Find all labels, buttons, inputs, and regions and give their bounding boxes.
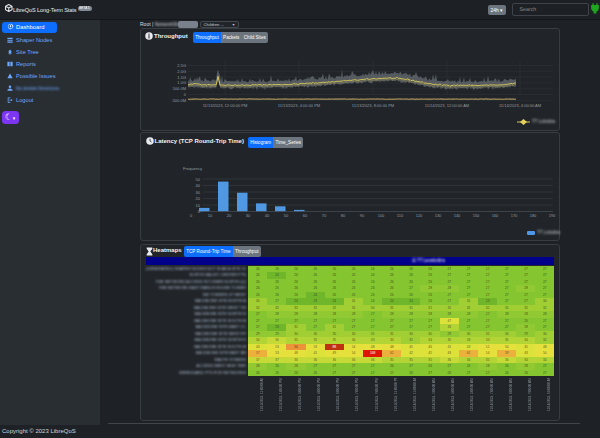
svg-text:30: 30 (246, 213, 251, 218)
svg-text:170: 170 (511, 213, 518, 218)
svg-text:110: 110 (397, 213, 404, 218)
svg-text:40: 40 (196, 183, 201, 188)
svg-text:1.0G: 1.0G (177, 80, 186, 85)
svg-text:Frequency: Frequency (183, 166, 202, 171)
svg-text:20: 20 (196, 196, 201, 201)
svg-text:10: 10 (208, 213, 213, 218)
svg-text:160: 160 (492, 213, 499, 218)
svg-text:190: 190 (549, 213, 556, 218)
svg-text:2.5G: 2.5G (177, 63, 186, 68)
svg-text:0: 0 (184, 92, 187, 97)
svg-text:60: 60 (303, 213, 308, 218)
svg-text:11/14/2023, 12:00:00 AM: 11/14/2023, 12:00:00 AM (425, 102, 469, 107)
svg-text:500.0M: 500.0M (173, 86, 186, 91)
svg-text:80: 80 (341, 213, 346, 218)
svg-text:0: 0 (190, 213, 193, 218)
svg-text:30: 30 (196, 190, 201, 195)
svg-text:70: 70 (322, 213, 327, 218)
svg-text:120: 120 (416, 213, 423, 218)
svg-text:50: 50 (284, 213, 289, 218)
svg-text:2.0G: 2.0G (177, 68, 186, 73)
svg-text:150: 150 (473, 213, 480, 218)
svg-text:50: 50 (196, 177, 201, 182)
svg-text:11/13/2023, 12:00:00 PM: 11/13/2023, 12:00:00 PM (203, 102, 248, 107)
svg-text:20: 20 (227, 213, 232, 218)
svg-text:11/13/2023, 4:00:00 PM: 11/13/2023, 4:00:00 PM (278, 102, 320, 107)
svg-text:1.5G: 1.5G (177, 74, 186, 79)
svg-text:100: 100 (378, 213, 385, 218)
svg-text:11/13/2023, 8:00:00 PM: 11/13/2023, 8:00:00 PM (352, 102, 394, 107)
svg-text:180: 180 (530, 213, 537, 218)
svg-text:90: 90 (360, 213, 365, 218)
svg-text:40: 40 (265, 213, 270, 218)
svg-text:11/14/2023, 4:00:00 AM: 11/14/2023, 4:00:00 AM (499, 102, 541, 107)
svg-text:10: 10 (196, 203, 201, 208)
svg-text:-500.0M: -500.0M (171, 97, 186, 102)
svg-text:130: 130 (435, 213, 442, 218)
svg-text:140: 140 (454, 213, 461, 218)
